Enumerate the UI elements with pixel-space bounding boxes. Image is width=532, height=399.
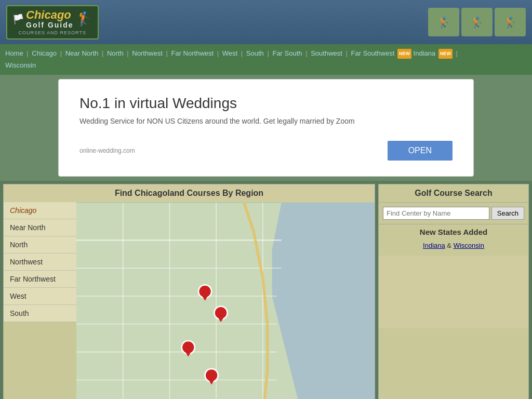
nav-south[interactable]: South [246, 49, 264, 57]
nav-west[interactable]: West [222, 49, 237, 57]
region-panel: Find Chicagoland Courses By Region Chica… [3, 184, 375, 399]
golf-guide-text: Golf Guide [26, 21, 74, 29]
golfer-icon: 🏌️ [76, 11, 92, 27]
nav-southwest[interactable]: Southwest [311, 49, 342, 57]
header-img-2: 🏌️ [461, 8, 493, 36]
indiana-link[interactable]: Indiana [423, 242, 445, 249]
logo-box: 🏳️ Chicago Golf Guide 🏌️ COURSES AND RES… [6, 5, 99, 39]
nav-near-north[interactable]: Near North [65, 49, 99, 57]
map-svg [76, 202, 375, 399]
new-states-title: New States Added [379, 224, 528, 240]
search-input[interactable] [383, 207, 489, 220]
logo-tagline: COURSES AND RESORTS [12, 30, 92, 35]
region-item-near-north[interactable]: Near North [4, 219, 76, 236]
nav-chicago[interactable]: Chicago [32, 49, 57, 57]
search-button[interactable]: Search [491, 207, 524, 220]
region-item-far-northwest[interactable]: Far Northwest [4, 271, 76, 288]
region-list: Chicago Near North North Northwest Far N… [4, 202, 76, 399]
ad-title: No.1 in virtual Weddings [79, 95, 237, 112]
region-item-west[interactable]: West [4, 288, 76, 305]
region-body: Chicago Near North North Northwest Far N… [4, 202, 375, 399]
region-item-north[interactable]: North [4, 236, 76, 254]
nav-far-southwest[interactable]: Far Southwest [351, 49, 395, 57]
nav-wisconsin[interactable]: Wisconsin [5, 61, 36, 69]
flag-icon: 🏳️ [12, 14, 24, 25]
search-form: Search [379, 203, 528, 224]
nav-indiana[interactable]: Indiana [414, 49, 436, 57]
logo-area: 🏳️ Chicago Golf Guide 🏌️ COURSES AND RES… [6, 5, 99, 39]
new-states-links: Indiana & Wisconsin [379, 240, 528, 251]
logo-text: Chicago [26, 9, 74, 21]
indiana-new-badge: NEW [438, 49, 453, 58]
region-item-chicago[interactable]: Chicago [4, 202, 76, 219]
map-area [76, 202, 375, 399]
nav-north[interactable]: North [107, 49, 124, 57]
search-panel: Golf Course Search Search New States Add… [378, 184, 529, 399]
header: 🏳️ Chicago Golf Guide 🏌️ COURSES AND RES… [0, 0, 532, 44]
header-img-1: 🏌️ [428, 8, 459, 36]
ad-banner: No.1 in virtual Weddings Wedding Service… [0, 75, 532, 181]
header-images: 🏌️ 🏌️ 🏌️ [428, 8, 526, 36]
ad-subtitle: Wedding Service for NON US Citizens arou… [79, 117, 355, 125]
nav-home[interactable]: Home [5, 49, 23, 57]
region-item-northwest[interactable]: Northwest [4, 254, 76, 271]
nav-bar: Home | Chicago | Near North | North | No… [0, 44, 532, 75]
region-item-south[interactable]: South [4, 305, 76, 322]
nav-far-south[interactable]: Far South [272, 49, 302, 57]
ampersand: & [447, 242, 453, 249]
far-southwest-new-badge: NEW [397, 49, 411, 58]
header-img-3: 🏌️ [495, 8, 526, 36]
wisconsin-link[interactable]: Wisconsin [454, 242, 484, 249]
ad-footer: online-wedding.com OPEN [79, 141, 453, 161]
ad-url: online-wedding.com [79, 147, 135, 154]
ad-inner: No.1 in virtual Weddings Wedding Service… [58, 79, 474, 177]
nav-northwest[interactable]: Northwest [132, 49, 163, 57]
ad-open-button[interactable]: OPEN [388, 141, 453, 161]
nav-far-northwest[interactable]: Far Northwest [171, 49, 214, 57]
region-panel-title: Find Chicagoland Courses By Region [4, 184, 375, 202]
search-panel-extra [379, 256, 528, 328]
main-content: Find Chicagoland Courses By Region Chica… [0, 181, 532, 399]
search-panel-title: Golf Course Search [379, 184, 528, 203]
